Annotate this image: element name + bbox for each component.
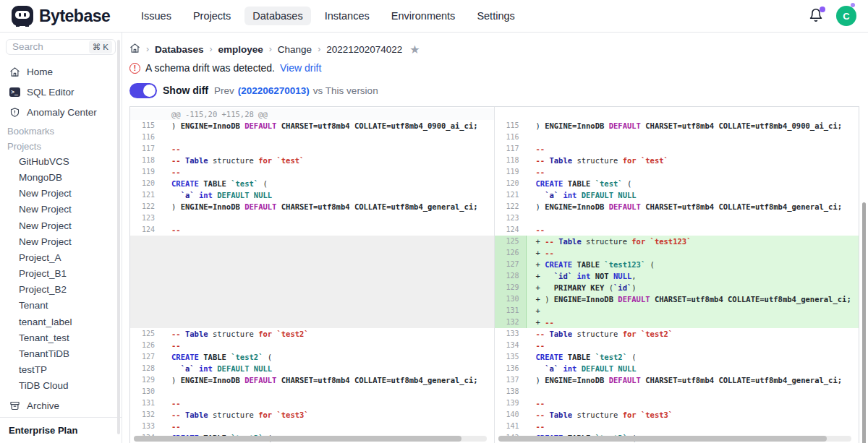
nav-item-instances[interactable]: Instances	[317, 7, 378, 25]
topbar: Bytebase IssuesProjectsDatabasesInstance…	[0, 0, 868, 33]
notifications-bell-icon[interactable]	[809, 8, 825, 24]
diff-row-added: 131+	[495, 305, 859, 317]
diff-row: 121 `a` int DEFAULT NULL	[495, 189, 859, 201]
code-line	[162, 317, 494, 328]
search-shortcut-badge: ⌘ K	[89, 40, 112, 53]
code-line: --	[527, 224, 859, 236]
brand-name: Bytebase	[39, 7, 110, 26]
line-number: 117	[495, 143, 527, 155]
diff-row-filler	[130, 282, 494, 293]
breadcrumb-employee[interactable]: employee	[218, 44, 263, 55]
archive-label: Archive	[27, 400, 59, 411]
breadcrumb-version: 20221202074022	[326, 44, 402, 55]
line-number: 132	[495, 317, 527, 328]
sql-editor-icon: >_	[9, 87, 20, 98]
diff-row-filler	[130, 236, 494, 247]
line-number: 129	[130, 374, 162, 386]
line-number: 121	[495, 189, 527, 201]
line-number	[130, 236, 162, 247]
view-drift-link[interactable]: View drift	[280, 62, 321, 74]
line-number	[130, 259, 162, 270]
nav-item-issues[interactable]: Issues	[133, 7, 179, 25]
diff-row: 125-- Table structure for `test2`	[130, 328, 494, 340]
diff-viewer: @@ -115,20 +115,28 @@115) ENGINE=InnoDB …	[129, 106, 859, 443]
sidebar-project-githubvcs[interactable]: GitHubVCS	[6, 153, 116, 169]
diff-row-added: 129+ PRIMARY KEY (`id`)	[495, 282, 859, 293]
sidebar-project-tenant-test[interactable]: Tenant_test	[6, 330, 116, 345]
code-line	[527, 108, 859, 120]
nav-item-databases[interactable]: Databases	[244, 7, 310, 25]
diff-pane-left[interactable]: @@ -115,20 +115,28 @@115) ENGINE=InnoDB …	[130, 107, 495, 443]
line-number: 118	[130, 155, 162, 166]
line-number: 121	[130, 189, 162, 201]
sidebar-project-testtp[interactable]: testTP	[6, 362, 116, 378]
diff-row-filler	[130, 305, 494, 317]
diff-row: 115) ENGINE=InnoDB DEFAULT CHARSET=utf8m…	[130, 120, 494, 132]
sidebar-item-anomaly-center[interactable]: Anomaly Center	[6, 103, 116, 123]
code-line: + `id` int NOT NULL,	[527, 270, 859, 282]
left-horizontal-scrollbar[interactable]	[134, 436, 487, 442]
favorite-star-icon[interactable]: ★	[409, 43, 420, 56]
line-number	[130, 293, 162, 305]
nav-item-settings[interactable]: Settings	[469, 7, 522, 25]
sidebar-project-mongodb[interactable]: MongoDB	[6, 169, 116, 185]
sidebar-scrollbar[interactable]	[117, 40, 120, 434]
sidebar-project-project-a[interactable]: Project_A	[6, 249, 116, 265]
bytebase-logo-icon	[12, 6, 33, 26]
code-line: + CREATE TABLE `test123` (	[527, 259, 859, 270]
diff-row: 130	[130, 386, 494, 397]
diff-row: 131--	[130, 397, 494, 409]
code-line: --	[162, 340, 494, 351]
right-horizontal-scrollbar[interactable]	[498, 436, 852, 442]
scrollbar-thumb[interactable]	[498, 436, 827, 442]
diff-row: 140-- Table structure for `test3`	[495, 409, 859, 421]
sidebar-project-new-project[interactable]: New Project	[6, 218, 116, 233]
diff-row: 132-- Table structure for `test3`	[130, 409, 494, 421]
sidebar-project-tidb-cloud[interactable]: TiDB Cloud	[6, 378, 116, 394]
breadcrumb-databases[interactable]: Databases	[155, 44, 204, 55]
search-box[interactable]: ⌘ K	[6, 39, 116, 55]
scrollbar-thumb[interactable]	[134, 436, 461, 442]
diff-row-filler	[130, 293, 494, 305]
breadcrumb-change[interactable]: Change	[278, 44, 312, 55]
code-line	[162, 282, 494, 293]
diff-row-added: 130+ ) ENGINE=InnoDB DEFAULT CHARSET=utf…	[495, 293, 859, 305]
line-number: 134	[495, 340, 527, 351]
line-number: 135	[495, 351, 527, 363]
sidebar-project-tenanttidb[interactable]: TenantTiDB	[6, 345, 116, 361]
diff-pane-right[interactable]: 115) ENGINE=InnoDB DEFAULT CHARSET=utf8m…	[495, 107, 859, 443]
sidebar-project-new-project[interactable]: New Project	[6, 186, 116, 202]
nav-item-environments[interactable]: Environments	[383, 7, 464, 25]
prev-version-link[interactable]: (202206270013)	[238, 85, 310, 96]
sidebar-item-sql-editor[interactable]: >_SQL Editor	[6, 82, 116, 103]
sidebar-project-project-b1[interactable]: Project_B1	[6, 266, 116, 282]
search-input[interactable]	[12, 41, 75, 52]
brand[interactable]: Bytebase	[12, 6, 126, 26]
diff-row-added: 125+ -- Table structure for `test123`	[495, 236, 859, 247]
sidebar-project-tenant[interactable]: Tenant	[6, 298, 116, 314]
diff-row: 115) ENGINE=InnoDB DEFAULT CHARSET=utf8m…	[495, 120, 859, 132]
sidebar-project-tenant-label[interactable]: tenant_label	[6, 314, 116, 330]
sidebar-project-new-project[interactable]: New Project	[6, 202, 116, 218]
show-diff-toggle[interactable]	[129, 83, 157, 98]
sidebar-project-new-project[interactable]: New Project	[6, 233, 116, 249]
code-line	[162, 236, 494, 247]
sidebar-item-home[interactable]: Home	[6, 62, 116, 82]
diff-row: 124--	[495, 224, 859, 236]
page-vertical-scrollbar[interactable]	[862, 202, 866, 443]
breadcrumb: › Databases › employee › Change › 202212…	[129, 41, 859, 57]
line-number: 130	[130, 386, 162, 397]
nav-item-projects[interactable]: Projects	[185, 7, 239, 25]
breadcrumb-separator: ›	[146, 44, 149, 54]
home-icon[interactable]	[129, 43, 140, 56]
avatar[interactable]: C	[836, 6, 856, 26]
sidebar-project-project-b2[interactable]: Project_B2	[6, 282, 116, 298]
diff-controls: Show diff Prev (202206270013) vs This ve…	[129, 80, 859, 100]
code-line: `a` int DEFAULT NULL	[527, 189, 859, 201]
sidebar-item-archive[interactable]: Archive	[6, 394, 116, 417]
diff-row: 129) ENGINE=InnoDB DEFAULT CHARSET=utf8m…	[130, 374, 494, 386]
archive-icon	[9, 400, 20, 411]
diff-row-added: 127+ CREATE TABLE `test123` (	[495, 259, 859, 270]
diff-row: 120CREATE TABLE `test` (	[130, 178, 494, 189]
code-line: CREATE TABLE `test` (	[527, 178, 859, 189]
